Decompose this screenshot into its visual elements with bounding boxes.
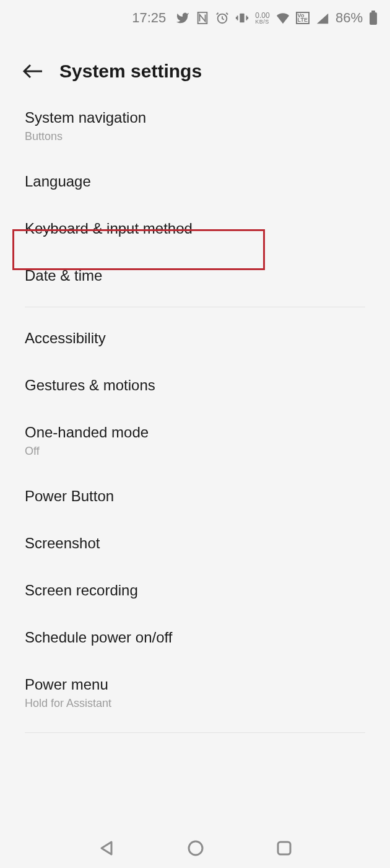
item-screenshot[interactable]: Screenshot <box>0 520 390 567</box>
item-one-handed-mode[interactable]: One-handed mode Off <box>0 409 390 473</box>
item-subtitle: Buttons <box>25 130 365 143</box>
data-speed-unit: KB/S <box>255 19 269 25</box>
settings-list: System navigation Buttons Language Keybo… <box>0 100 390 733</box>
item-label: Power menu <box>25 676 365 693</box>
item-label: System navigation <box>25 109 365 126</box>
battery-percent: 86% <box>336 10 363 26</box>
twitter-icon <box>176 11 189 25</box>
data-speed-value: 0.00 <box>255 12 269 19</box>
item-date-time[interactable]: Date & time <box>0 252 390 299</box>
navigation-bar <box>0 831 390 868</box>
item-label: Accessibility <box>25 330 365 347</box>
nfc-icon <box>196 11 209 25</box>
nav-home-button[interactable] <box>187 840 204 859</box>
page-title: System settings <box>59 61 202 82</box>
item-label: Date & time <box>25 267 365 284</box>
item-system-navigation[interactable]: System navigation Buttons <box>0 100 390 158</box>
nav-back-button[interactable] <box>98 840 115 859</box>
item-label: Screenshot <box>25 535 365 552</box>
back-button[interactable] <box>22 63 43 80</box>
signal-icon <box>316 12 329 24</box>
wifi-icon <box>276 12 290 24</box>
svg-point-4 <box>189 841 202 855</box>
svg-rect-5 <box>278 842 290 854</box>
vibrate-icon <box>235 11 249 25</box>
item-power-button[interactable]: Power Button <box>0 473 390 520</box>
item-schedule-power[interactable]: Schedule power on/off <box>0 614 390 661</box>
alarm-icon <box>215 11 229 25</box>
item-gestures-motions[interactable]: Gestures & motions <box>0 362 390 409</box>
item-power-menu[interactable]: Power menu Hold for Assistant <box>0 661 390 725</box>
item-language[interactable]: Language <box>0 158 390 205</box>
item-label: Keyboard & input method <box>25 220 365 237</box>
item-label: Gestures & motions <box>25 377 365 394</box>
item-label: Schedule power on/off <box>25 629 365 646</box>
status-time: 17:25 <box>132 10 166 26</box>
divider <box>25 307 365 307</box>
item-label: Power Button <box>25 488 365 505</box>
svg-rect-2 <box>370 12 377 25</box>
battery-icon <box>369 11 378 25</box>
page-header: System settings <box>0 36 390 100</box>
item-label: Language <box>25 173 365 190</box>
item-subtitle: Off <box>25 445 365 458</box>
svg-rect-1 <box>240 14 245 23</box>
item-accessibility[interactable]: Accessibility <box>0 315 390 362</box>
data-speed: 0.00 KB/S <box>255 12 269 25</box>
item-label: Screen recording <box>25 582 365 599</box>
item-screen-recording[interactable]: Screen recording <box>0 567 390 614</box>
svg-rect-3 <box>371 11 375 12</box>
divider <box>25 732 365 733</box>
item-label: One-handed mode <box>25 424 365 441</box>
status-bar: 17:25 0.00 KB/S VoLTE 86% <box>0 0 390 36</box>
nav-recent-button[interactable] <box>276 840 292 859</box>
volte-icon: VoLTE <box>296 12 310 24</box>
item-subtitle: Hold for Assistant <box>25 697 365 710</box>
item-keyboard-input[interactable]: Keyboard & input method <box>0 205 390 252</box>
